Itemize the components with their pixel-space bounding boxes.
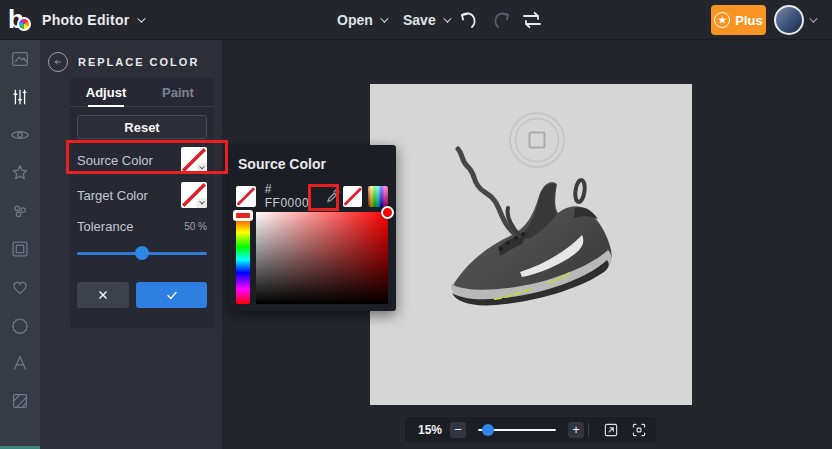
- panel-tabs: Adjust Paint: [70, 78, 214, 107]
- source-color-swatch[interactable]: [181, 147, 207, 173]
- zoom-slider-handle[interactable]: [482, 424, 494, 436]
- source-color-row: Source Color: [77, 146, 207, 174]
- stickers-badge-icon[interactable]: [0, 306, 40, 344]
- tolerance-label: Tolerance: [77, 219, 133, 234]
- none-color-swatch[interactable]: [343, 186, 363, 207]
- target-color-row: Target Color: [77, 181, 207, 209]
- zoom-level: 15%: [418, 423, 450, 437]
- hue-slider-handle[interactable]: [233, 210, 253, 221]
- target-color-label: Target Color: [77, 188, 148, 203]
- saturation-value-picker[interactable]: [256, 212, 388, 304]
- panel-title: REPLACE COLOR: [78, 56, 199, 68]
- befunky-logo-icon[interactable]: b: [8, 7, 34, 33]
- adjust-sliders-icon[interactable]: [0, 78, 40, 116]
- color-sample-target-icon[interactable]: [507, 110, 567, 170]
- source-color-popup: Source Color # FF0000: [228, 145, 396, 311]
- zoom-out-button[interactable]: −: [450, 422, 466, 438]
- cancel-button[interactable]: [77, 282, 129, 308]
- export-image-icon[interactable]: [602, 421, 620, 439]
- plus-upgrade-button[interactable]: ★ Plus: [711, 5, 766, 35]
- tolerance-slider-handle[interactable]: [135, 246, 149, 260]
- tolerance-slider[interactable]: [77, 246, 207, 260]
- user-avatar[interactable]: [774, 5, 804, 35]
- chevron-down-icon: [380, 14, 388, 22]
- zoom-in-button[interactable]: +: [568, 422, 584, 438]
- zoom-toolbar: 15% − +: [405, 417, 656, 442]
- redo-icon[interactable]: [490, 8, 514, 32]
- rainbow-picker-icon[interactable]: [368, 186, 388, 207]
- fit-screen-icon[interactable]: [630, 421, 648, 439]
- chevron-down-icon: [443, 14, 451, 22]
- color-picker-handle[interactable]: [381, 206, 394, 219]
- target-color-swatch[interactable]: [181, 182, 207, 208]
- graphics-shapes-icon[interactable]: [0, 192, 40, 230]
- hue-slider[interactable]: [236, 212, 250, 304]
- photo-edit-icon[interactable]: [0, 40, 40, 78]
- tolerance-row: Tolerance 50 %: [77, 219, 207, 234]
- text-icon[interactable]: [0, 344, 40, 382]
- eyedropper-icon[interactable]: [324, 186, 343, 206]
- undo-icon[interactable]: [456, 8, 480, 32]
- tab-paint[interactable]: Paint: [142, 78, 214, 106]
- photo-editor-app: b Photo Editor Open Save: [0, 0, 832, 449]
- app-menu-label: Photo Editor: [42, 12, 130, 28]
- source-color-label: Source Color: [77, 153, 153, 168]
- reset-button[interactable]: Reset: [77, 115, 207, 139]
- swatch-dropdown-icon: [197, 198, 207, 208]
- top-bar: b Photo Editor Open Save: [0, 0, 832, 40]
- touchup-eye-icon[interactable]: [0, 116, 40, 154]
- replace-color-card: Adjust Paint Reset Source Color Target C…: [70, 78, 214, 328]
- hex-color-value[interactable]: # FF0000: [265, 182, 317, 210]
- textures-icon[interactable]: [0, 382, 40, 420]
- tab-adjust[interactable]: Adjust: [70, 78, 142, 106]
- open-button[interactable]: Open: [337, 0, 386, 40]
- effects-star-icon[interactable]: [0, 154, 40, 192]
- transparent-swatch[interactable]: [236, 186, 256, 207]
- overlays-heart-icon[interactable]: [0, 268, 40, 306]
- frames-icon[interactable]: [0, 230, 40, 268]
- close-icon: [96, 288, 110, 302]
- back-button[interactable]: [48, 52, 68, 72]
- swatch-dropdown-icon: [197, 163, 207, 173]
- avatar-chevron-down-icon[interactable]: [809, 14, 817, 22]
- reset-loop-icon[interactable]: [520, 8, 544, 32]
- check-icon: [165, 288, 179, 302]
- popup-title: Source Color: [238, 156, 396, 172]
- zoom-slider[interactable]: [478, 423, 556, 437]
- replace-color-panel: REPLACE COLOR Adjust Paint Reset Source …: [40, 40, 222, 449]
- apply-button[interactable]: [136, 282, 207, 308]
- canvas-image[interactable]: [370, 84, 692, 405]
- logo-color-wheel-icon: [17, 17, 31, 31]
- chevron-down-icon: [137, 14, 145, 22]
- tolerance-value: 50 %: [184, 221, 207, 232]
- app-menu-dropdown[interactable]: Photo Editor: [42, 0, 143, 40]
- tool-rail: [0, 40, 40, 449]
- star-icon: ★: [714, 12, 730, 28]
- save-button[interactable]: Save: [403, 0, 449, 40]
